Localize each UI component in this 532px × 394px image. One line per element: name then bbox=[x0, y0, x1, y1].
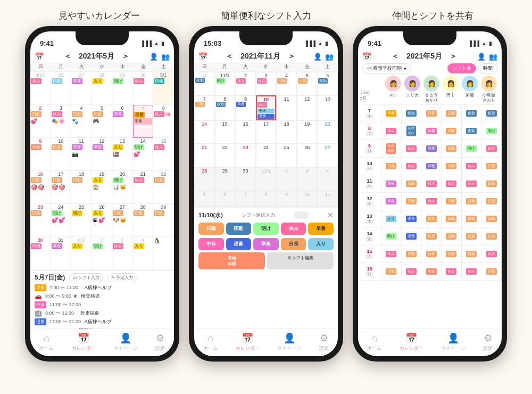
nav-home-1[interactable]: ⌂ ホーム bbox=[39, 333, 54, 352]
nav-settings-2[interactable]: ⚙ 設定 bbox=[319, 332, 329, 352]
shift-btn-nichoan[interactable]: 日長 bbox=[281, 238, 306, 250]
tab-shift-time[interactable]: 時間 bbox=[478, 63, 497, 73]
shift-btn-osoi[interactable]: 遅番 bbox=[226, 238, 252, 250]
cell-may6[interactable]: 6準夜 bbox=[112, 105, 133, 138]
shift-btn-nikkin[interactable]: 日勤 bbox=[198, 223, 224, 235]
p2-nov3[interactable]: 3休み bbox=[256, 72, 277, 95]
shift-btn-yakan[interactable]: 夜勤 bbox=[226, 223, 252, 235]
p2-nov13[interactable]: 13 bbox=[317, 95, 338, 120]
nav-calendar-3[interactable]: 📅 カレンダー bbox=[400, 332, 423, 352]
shift-btn-ake[interactable]: 明け bbox=[253, 223, 279, 235]
p2-nov23[interactable]: 23 bbox=[235, 144, 256, 167]
p2-dec11[interactable]: 11 bbox=[317, 191, 338, 207]
cell-may22[interactable]: 22日長 bbox=[153, 171, 174, 204]
p2-nov6[interactable]: 6夜勤 bbox=[317, 72, 338, 95]
p2-nov15[interactable]: 15 bbox=[215, 120, 236, 144]
nav-settings-3[interactable]: ⚙ 設定 bbox=[483, 332, 493, 352]
shift-input-btn[interactable]: ☑ シフト入力 bbox=[69, 273, 103, 282]
cell-may8[interactable]: 8休み+3 bbox=[153, 105, 174, 138]
p2-nov22[interactable]: 22 bbox=[215, 144, 236, 167]
cell-jun2[interactable]: 2明け bbox=[92, 237, 113, 270]
p2-nov10[interactable]: 10休み中休遅番 bbox=[256, 95, 277, 120]
cell-may4[interactable]: 4日勤🐾 bbox=[71, 105, 92, 138]
cell-may26[interactable]: 26入り📽💕 bbox=[92, 204, 113, 237]
p2-dec3[interactable]: 3 bbox=[297, 167, 318, 191]
cell-may13[interactable]: 13入り🍱 bbox=[112, 138, 133, 171]
cell-jun5[interactable]: 🐧 bbox=[153, 237, 174, 270]
cell-jun4[interactable]: 4入り bbox=[133, 237, 154, 270]
cell-may12[interactable]: 12準夜 bbox=[92, 138, 113, 171]
cell-may25[interactable]: 25明け bbox=[71, 204, 92, 237]
p2-nov16[interactable]: 16 bbox=[235, 120, 256, 144]
p2-dec5[interactable]: 5 bbox=[194, 191, 215, 207]
p2-nov11[interactable]: 11 bbox=[276, 95, 297, 120]
p2-dec8[interactable]: 8 bbox=[256, 191, 277, 207]
cell-may24[interactable]: 24明け💕💕 bbox=[51, 204, 72, 237]
cell-may2[interactable]: 2日勤💕 bbox=[30, 105, 51, 138]
group-selector[interactable]: ○○看護学校同期 ▾ bbox=[362, 63, 411, 73]
p2-nov27[interactable]: 27 bbox=[317, 144, 338, 167]
cell-may7[interactable]: 7早番平番 bbox=[133, 105, 154, 138]
cell-may17[interactable]: 17日勤🎯🎯 bbox=[51, 171, 72, 204]
shift-btn-iri[interactable]: 入り bbox=[308, 238, 334, 250]
cell-may23[interactable]: 23日長 bbox=[30, 204, 51, 237]
p2-nov24[interactable]: 24 bbox=[256, 144, 277, 167]
shift-btn-chukyu[interactable]: 中休 bbox=[198, 238, 224, 250]
sib-close[interactable]: ✕ bbox=[327, 211, 334, 219]
p2-nov1[interactable]: 11/1明け bbox=[215, 72, 236, 95]
shift-btn-yasumi[interactable]: 休み bbox=[281, 223, 306, 235]
p2-nov21[interactable]: 21 bbox=[194, 144, 215, 167]
cell-may15[interactable]: 15休み bbox=[153, 138, 174, 171]
p2-nov19[interactable]: 19 bbox=[297, 120, 318, 144]
cell-apr29[interactable]: 29明け bbox=[112, 72, 133, 105]
cell-may3[interactable]: 3休み🎭🌸 bbox=[51, 105, 72, 138]
p2-nov7[interactable]: 7日勤 bbox=[194, 95, 215, 120]
p2-dec6[interactable]: 6 bbox=[215, 191, 236, 207]
cell-may18[interactable]: 18日勤 bbox=[71, 171, 92, 204]
p2-nov9[interactable]: 9早番 bbox=[235, 95, 256, 120]
cell-may28[interactable]: 28日勤 bbox=[133, 204, 154, 237]
cell-may27[interactable]: 27日勤🐶🐱 bbox=[112, 204, 133, 237]
p2-nov17[interactable]: 17 bbox=[256, 120, 277, 144]
cell-may1[interactable]: 5/1研修 bbox=[153, 72, 174, 105]
toggle-circle[interactable] bbox=[294, 211, 309, 219]
cell-may9[interactable]: 9有給 bbox=[30, 138, 51, 171]
p2-nov5[interactable]: 5日勤 bbox=[297, 72, 318, 95]
p2-nov28[interactable]: 28 bbox=[194, 167, 215, 191]
nav-home-3[interactable]: ⌂ ホーム bbox=[367, 333, 381, 352]
shift-btn-yuukyu[interactable]: 有給休暇 bbox=[198, 252, 265, 269]
nav-settings-1[interactable]: ⚙ 設定 bbox=[155, 332, 165, 352]
p2-dec10[interactable]: 10 bbox=[297, 191, 318, 207]
shift-btn-hayaban[interactable]: 早番 bbox=[308, 223, 334, 235]
p2-dec7[interactable]: 7 bbox=[235, 191, 256, 207]
cell-may20[interactable]: 20明け📊🐱 bbox=[112, 171, 133, 204]
p2-dec9[interactable]: 9 bbox=[276, 191, 297, 207]
p2-dec4[interactable]: 4 bbox=[317, 167, 338, 191]
cell-may29[interactable]: 29日勤 bbox=[153, 204, 174, 237]
p2-nov20[interactable]: 20 bbox=[317, 120, 338, 144]
p2-nov8[interactable]: 8夜勤 bbox=[215, 95, 236, 120]
cell-may21[interactable]: 21休み bbox=[133, 171, 154, 204]
nav-home-2[interactable]: ⌂ ホーム bbox=[203, 333, 218, 352]
p2-nov25[interactable]: 25 bbox=[276, 144, 297, 167]
cell-may10[interactable]: 10日長 bbox=[51, 138, 72, 171]
cell-apr27[interactable]: 27準夜 bbox=[71, 72, 92, 105]
p2-oct31[interactable]: 31夜勤 bbox=[194, 72, 215, 95]
cell-may14[interactable]: 14明け💕 bbox=[133, 138, 154, 171]
p2-nov4[interactable]: 4日勤 bbox=[276, 72, 297, 95]
cell-jun3[interactable]: 3休み bbox=[112, 237, 133, 270]
nav-mypage-3[interactable]: 👤 マイページ bbox=[441, 332, 465, 352]
cell-may30[interactable]: 30待機 bbox=[30, 237, 51, 270]
cell-may31[interactable]: 31準夜 bbox=[51, 237, 72, 270]
schedule-input-btn[interactable]: ✎ 予定入力 bbox=[107, 273, 137, 282]
cell-apr30[interactable]: 30休み bbox=[133, 72, 154, 105]
cell-apr28[interactable]: 28入り bbox=[92, 72, 113, 105]
cell-jun1[interactable]: 6/1入り bbox=[71, 237, 92, 270]
p2-nov18[interactable]: 18 bbox=[276, 120, 297, 144]
cell-may11[interactable]: 11準夜📷 bbox=[71, 138, 92, 171]
p2-nov14[interactable]: 14 bbox=[194, 120, 215, 144]
p2-dec2[interactable]: 2 bbox=[276, 167, 297, 191]
nav-mypage-1[interactable]: 👤 マイページ bbox=[113, 332, 137, 352]
p2-dec1[interactable]: 12/1 bbox=[256, 167, 277, 191]
cell-apr26[interactable]: 26日勤 bbox=[51, 72, 72, 105]
